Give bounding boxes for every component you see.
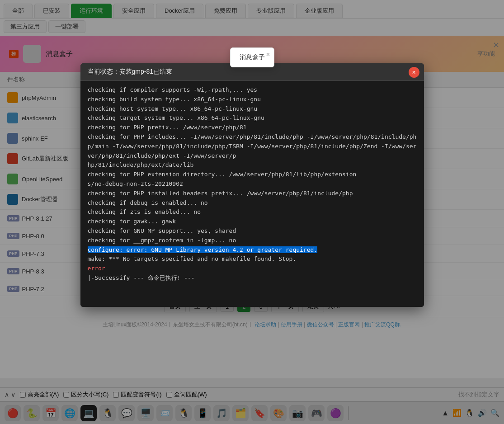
terminal-line: checking if zts is enabled... no bbox=[88, 207, 417, 217]
modal-overlay: 消息盒子 × 当前状态：安装gmp-81已结束 × checking if co… bbox=[0, 0, 504, 424]
notif-title: 消息盒子 bbox=[240, 53, 265, 61]
terminal-line: checking target system type... x86_64-pc… bbox=[88, 113, 417, 123]
terminal-line: |-Successify --- 命令已执行! --- bbox=[88, 273, 417, 283]
terminal-line: checking for PHP extension directory... … bbox=[88, 170, 417, 189]
terminal-line: checking for PHP installed headers prefi… bbox=[88, 189, 417, 198]
terminal-line: checking for __gmpz_rootrem in -lgmp... … bbox=[88, 236, 417, 245]
terminal-line: checking host system type... x86_64-pc-l… bbox=[88, 104, 417, 114]
notif-close-icon[interactable]: × bbox=[266, 51, 270, 59]
modal-close-button[interactable]: × bbox=[409, 67, 419, 78]
terminal-line: checking if compiler supports -Wi,-rpath… bbox=[88, 85, 417, 95]
modal-content[interactable]: checking if compiler supports -Wi,-rpath… bbox=[80, 81, 424, 307]
highlighted-error-text: configure: error: GNU MP Library version… bbox=[88, 246, 318, 253]
notification-modal: 消息盒子 × bbox=[230, 47, 274, 67]
terminal-line-error: error bbox=[88, 264, 417, 273]
terminal-line: checking build system type... x86_64-pc-… bbox=[88, 95, 417, 104]
terminal-line: checking if debug is enabled... no bbox=[88, 198, 417, 208]
terminal-line: checking for gawk... gawk bbox=[88, 217, 417, 226]
terminal-line: checking for PHP prefix... /www/server/p… bbox=[88, 123, 417, 132]
modal-title: 当前状态：安装gmp-81已结束 bbox=[88, 68, 172, 76]
terminal-line: checking for PHP includes... -I/www/serv… bbox=[88, 132, 417, 170]
terminal-line: checking for GNU MP support... yes, shar… bbox=[88, 226, 417, 236]
terminal-modal: 当前状态：安装gmp-81已结束 × checking if compiler … bbox=[80, 63, 424, 307]
terminal-line: make: *** No targets specified and no ma… bbox=[88, 254, 417, 264]
terminal-error-line: configure: error: GNU MP Library version… bbox=[88, 245, 417, 255]
